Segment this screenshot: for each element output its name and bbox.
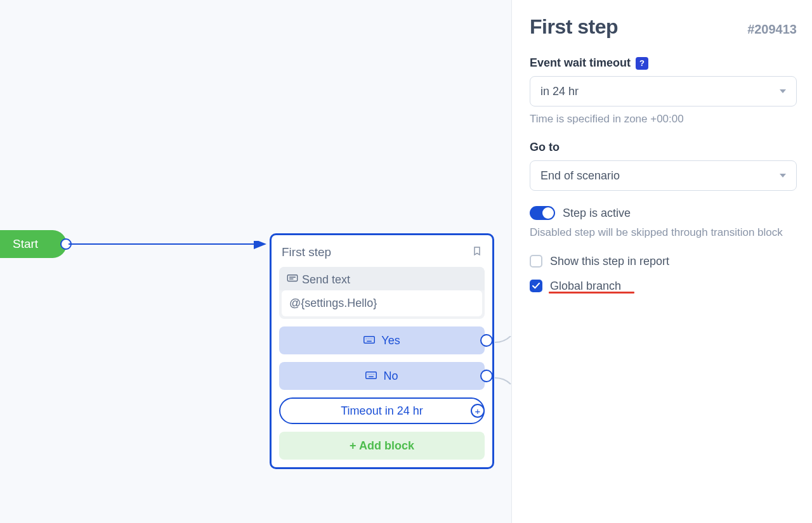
option-yes-connector[interactable] bbox=[480, 334, 493, 347]
goto-select[interactable]: End of scenario bbox=[530, 160, 797, 191]
plus-icon[interactable]: + bbox=[471, 404, 485, 418]
timeout-field-label: Event wait timeout ? bbox=[530, 56, 797, 70]
step-card-title: First step bbox=[282, 245, 331, 259]
flow-canvas[interactable]: Start First step Send text @{settings.He… bbox=[0, 0, 512, 523]
send-block-body: @{settings.Hello} bbox=[282, 290, 482, 316]
step-active-toggle[interactable] bbox=[530, 206, 555, 220]
timeout-label: Timeout in 24 hr bbox=[341, 404, 422, 418]
svg-rect-11 bbox=[366, 371, 377, 378]
branch-tails bbox=[495, 336, 514, 387]
timeout-hint: Time is specified in zone +00:00 bbox=[530, 113, 797, 126]
show-in-report-checkbox[interactable] bbox=[530, 255, 542, 268]
global-branch-checkbox[interactable] bbox=[530, 280, 542, 292]
panel-title: First step bbox=[530, 15, 618, 39]
goto-value: End of scenario bbox=[540, 169, 620, 183]
panel-id: #209413 bbox=[747, 22, 797, 37]
global-branch-label: Global branch bbox=[550, 280, 621, 293]
option-yes[interactable]: Yes bbox=[279, 326, 485, 354]
timeout-select[interactable]: in 24 hr bbox=[530, 76, 797, 107]
add-block-button[interactable]: + Add block bbox=[279, 432, 485, 460]
edge-start-to-step bbox=[69, 241, 272, 254]
chevron-down-icon bbox=[780, 89, 786, 93]
svg-rect-5 bbox=[364, 336, 375, 343]
message-icon bbox=[287, 274, 298, 286]
step-active-label: Step is active bbox=[563, 207, 631, 220]
add-block-label: + Add block bbox=[350, 439, 414, 453]
send-block-header: Send text bbox=[302, 273, 350, 287]
start-label: Start bbox=[13, 237, 38, 251]
bookmark-icon[interactable] bbox=[472, 245, 482, 259]
option-label: No bbox=[383, 370, 398, 383]
help-icon[interactable]: ? bbox=[636, 57, 648, 70]
svg-rect-2 bbox=[287, 274, 297, 281]
chevron-down-icon bbox=[780, 174, 786, 178]
start-node[interactable]: Start bbox=[0, 230, 67, 258]
step-card-first-step[interactable]: First step Send text @{settings.Hello} Y… bbox=[270, 233, 494, 469]
keyboard-icon bbox=[363, 334, 375, 347]
keyboard-icon bbox=[365, 370, 377, 383]
option-no[interactable]: No bbox=[279, 362, 485, 390]
show-in-report-label: Show this step in report bbox=[550, 255, 669, 268]
option-label: Yes bbox=[381, 334, 400, 347]
option-no-connector[interactable] bbox=[480, 370, 493, 382]
timeout-button[interactable]: Timeout in 24 hr + bbox=[279, 397, 485, 424]
send-text-block[interactable]: Send text @{settings.Hello} bbox=[279, 267, 485, 319]
timeout-value: in 24 hr bbox=[540, 85, 579, 98]
step-active-hint: Disabled step will be skipped through tr… bbox=[530, 225, 797, 241]
step-properties-panel: First step #209413 Event wait timeout ? … bbox=[512, 0, 812, 523]
goto-field-label: Go to bbox=[530, 141, 797, 154]
